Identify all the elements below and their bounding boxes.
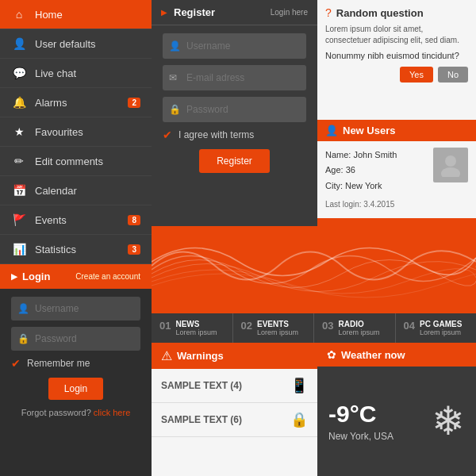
user-icon: 👤 [17,303,29,314]
reg-password-input[interactable] [163,97,306,122]
new-users-panel: 👤 New Users Name: John Smith Age: 36 Cit… [317,120,476,227]
warn-items: SAMPLE TEXT (4) 📱 SAMPLE TEXT (6) 🔒 [152,369,317,437]
statistics-icon: 📊 [11,243,27,255]
login-here-link[interactable]: Login here [271,8,308,17]
reg-username-wrap: 👤 [163,33,306,59]
news-sub: Lorem ipsum [175,328,217,336]
sidebar-item-alarms[interactable]: 🔔 Alarms 2 [0,88,152,117]
sidebar-item-calendar[interactable]: 📅 Calendar [0,176,152,205]
sidebar-item-home[interactable]: ⌂ Home [0,0,152,29]
reg-lock-icon: 🔒 [169,104,181,115]
badge-alarms: 2 [128,98,140,108]
sidebar-item-edit-comments[interactable]: ✏ Edit comments [0,147,152,176]
weather-panel: ✿ Weather now -9°C New York, USA ❄ [317,343,476,476]
warn-item-icon: 🔒 [290,411,308,428]
login-body: 👤 🔒 ✔ Remember me Login Forgot password?… [0,289,152,425]
nu-title: New Users [343,125,395,136]
checkmark-icon: ✔ [11,357,21,370]
rq-header: ? Random question [325,6,468,19]
news-num: 03 [322,320,333,332]
news-sub: Lorem ipsum [338,328,379,336]
sidebar-nav: ⌂ Home 👤 User defaults 💬 Live chat 🔔 Ala… [0,0,152,264]
news-num: 01 [159,320,171,332]
nu-info: Name: John Smith Age: 36 City: New York … [325,148,427,212]
svg-point-1 [441,167,460,177]
news-row: 01 NEWS Lorem ipsum 02 EVENTS Lorem ipsu… [152,313,476,343]
register-button[interactable]: Register [199,149,270,173]
news-item-events[interactable]: 02 EVENTS Lorem ipsum [233,313,315,343]
warn-item-text: SAMPLE TEXT (4) [161,380,290,391]
bottom-row: ⚠ Warnings SAMPLE TEXT (4) 📱 SAMPLE TEXT… [152,343,476,476]
reg-email-input[interactable] [163,65,306,90]
warnings-panel: ⚠ Warnings SAMPLE TEXT (4) 📱 SAMPLE TEXT… [152,343,317,476]
news-content: RADIO Lorem ipsum [338,320,379,336]
user-defaults-icon: 👤 [11,37,27,50]
sidebar-label-calendar: Calendar [35,185,140,197]
register-title: Register [174,6,215,18]
news-item-pc games[interactable]: 04 PC GAMES Lorem ipsum [396,313,477,343]
remember-label: Remember me [27,358,90,369]
warning-item-1: SAMPLE TEXT (6) 🔒 [152,403,317,437]
sidebar-item-user-defaults[interactable]: 👤 User defaults [0,29,152,59]
nu-user-icon: 👤 [325,125,338,136]
warn-header: ⚠ Warnings [152,343,317,369]
warning-item-0: SAMPLE TEXT (4) 📱 [152,369,317,403]
nu-name: Name: John Smith [325,148,427,163]
sidebar-label-alarms: Alarms [35,97,128,109]
nu-header: 👤 New Users [317,120,476,141]
sidebar-item-statistics[interactable]: 📊 Statistics 3 [0,235,152,264]
rq-text: Lorem ipsum dolor sit amet, consectetuer… [325,24,468,46]
news-content: EVENTS Lorem ipsum [257,320,298,336]
sidebar-label-live-chat: Live chat [35,67,140,79]
reg-password-wrap: 🔒 [163,97,306,122]
sidebar-label-favourites: Favourites [35,126,140,138]
login-username-input[interactable] [11,297,140,321]
sidebar: ⌂ Home 👤 User defaults 💬 Live chat 🔔 Ala… [0,0,152,476]
weather-info: -9°C New York, USA [328,401,393,442]
reg-email-icon: ✉ [169,72,177,83]
warning-icon: ⚠ [161,348,172,363]
question-icon: ? [325,6,332,19]
sidebar-item-events[interactable]: 🚩 Events 8 [0,205,152,235]
create-account-link[interactable]: Create an account [75,272,140,281]
login-button[interactable]: Login [48,378,103,400]
random-question-panel: ? Random question Lorem ipsum dolor sit … [317,0,476,120]
rq-yes-button[interactable]: Yes [400,67,433,83]
alarms-icon: 🔔 [11,96,27,109]
weather-title: Weather now [341,349,405,361]
login-header: ▶ Login Create an account [0,264,152,289]
reg-username-input[interactable] [163,33,306,59]
click-here-link[interactable]: click here [94,408,130,417]
warn-item-text: SAMPLE TEXT (6) [161,414,290,425]
events-icon: 🚩 [11,213,27,226]
badge-events: 8 [128,215,140,225]
news-title: RADIO [338,320,379,328]
login-password-input[interactable] [11,327,140,351]
reg-email-wrap: ✉ [163,65,306,90]
live-chat-icon: 💬 [11,67,27,79]
rq-title: Random question [336,7,424,19]
forgot-text: Forgot password? [21,408,91,417]
warn-title: Warnings [177,350,224,362]
login-section: ▶ Login Create an account 👤 🔒 ✔ Remember… [0,264,152,476]
sidebar-item-live-chat[interactable]: 💬 Live chat [0,59,152,88]
snowflake-icon: ❄ [432,399,465,443]
register-play-icon: ▶ [161,8,167,17]
nu-age: Age: 36 [325,163,427,178]
news-sub: Lorem ipsum [257,328,298,336]
news-title: NEWS [175,320,217,328]
weather-icon-area: ❄ [432,398,465,444]
right-panels: ? Random question Lorem ipsum dolor sit … [317,0,476,226]
edit-comments-icon: ✏ [11,155,27,167]
rq-no-button[interactable]: No [438,67,468,83]
news-title: PC GAMES [420,320,462,328]
weather-location: New York, USA [328,431,393,442]
register-body: 👤 ✉ 🔒 ✔ I agree with terms Register [152,25,317,181]
play-icon: ▶ [11,272,17,281]
news-item-radio[interactable]: 03 RADIO Lorem ipsum [314,313,396,343]
sidebar-item-favourites[interactable]: ★ Favourites [0,117,152,147]
weather-body: -9°C New York, USA ❄ [317,367,476,476]
warn-item-icon: 📱 [290,377,308,394]
news-item-news[interactable]: 01 NEWS Lorem ipsum [152,313,233,343]
reg-user-icon: 👤 [169,40,181,52]
